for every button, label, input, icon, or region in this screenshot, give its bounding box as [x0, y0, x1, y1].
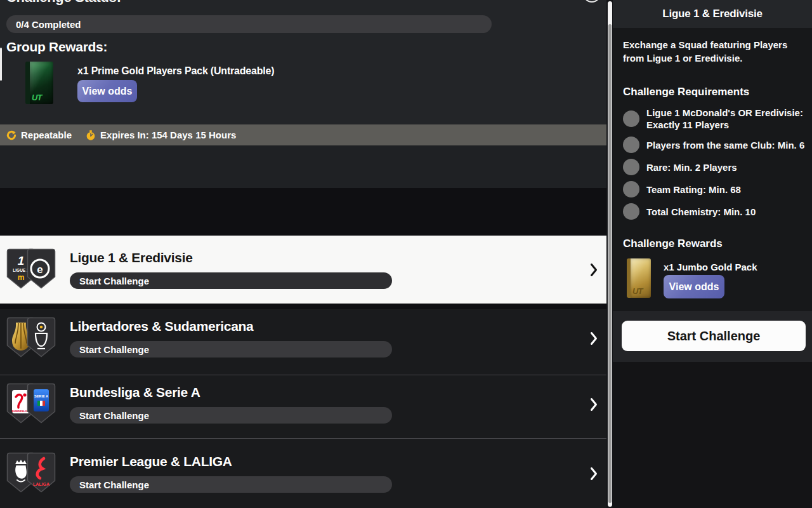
left-scrollbar-thumb[interactable]	[0, 48, 2, 81]
requirement-item: Rare: Min. 2 Players	[623, 159, 808, 175]
challenge-badges	[6, 317, 56, 360]
repeatable-label: Repeatable	[21, 130, 72, 140]
sudamericana-badge-icon	[27, 317, 56, 358]
row-main: Premier League & LALIGA Start Challenge	[70, 454, 392, 493]
start-challenge-pill[interactable]: Start Challenge	[70, 407, 392, 424]
challenge-list-item-ligue1-eredivisie[interactable]: 1 LIGUE 1 m e Ligue 1 & Eredivisie Start…	[0, 236, 606, 304]
challenge-badges: LALIGA	[6, 452, 56, 495]
challenge-title: Bundesliga & Serie A	[70, 385, 392, 400]
challenge-reward-name: x1 Jumbo Gold Pack	[664, 262, 757, 272]
view-odds-button[interactable]: View odds	[77, 80, 137, 102]
requirements-heading: Challenge Requirements	[623, 86, 749, 98]
challenge-status-section: Challenge Status: 0/4 Completed Group Re…	[0, 0, 606, 124]
serie-a-badge-icon: SERIE A	[27, 383, 56, 424]
row-main: Ligue 1 & Eredivisie Start Challenge	[70, 250, 392, 289]
view-odds-button[interactable]: View odds	[664, 275, 724, 298]
repeat-arrow-icon	[6, 130, 16, 140]
requirements-list: Ligue 1 McDonald's OR Eredivisie: Exactl…	[623, 107, 808, 225]
chevron-right-icon	[590, 398, 598, 411]
requirement-item: Ligue 1 McDonald's OR Eredivisie: Exactl…	[623, 107, 808, 131]
scrollbar-thumb[interactable]	[608, 24, 612, 503]
challenge-list-item-libertadores-sudamericana[interactable]: Libertadores & Sudamericana Start Challe…	[0, 309, 606, 375]
progress-label: 0/4 Completed	[16, 19, 81, 30]
start-challenge-pill[interactable]: Start Challenge	[70, 341, 392, 358]
start-challenge-pill-label: Start Challenge	[79, 479, 149, 490]
svg-text:LALIGA: LALIGA	[33, 482, 49, 486]
chevron-right-icon	[590, 263, 598, 277]
expires-label: Expires In: 154 Days 15 Hours	[100, 130, 236, 140]
requirement-item: Team Rating: Min. 68	[623, 181, 808, 197]
rewards-heading: Challenge Rewards	[623, 237, 723, 250]
requirement-status-circle	[623, 181, 639, 197]
requirement-text: Rare: Min. 2 Players	[646, 161, 806, 173]
challenge-list-item-bundesliga-seriea[interactable]: BUNDESLIGA SERIE A Bundesliga & Serie A	[0, 375, 606, 438]
start-challenge-pill[interactable]: Start Challenge	[70, 476, 392, 493]
green-ut-pack-icon: UT	[25, 62, 53, 104]
svg-text:1: 1	[18, 254, 25, 267]
panel-header: Ligue 1 & Eredivisie	[613, 0, 812, 28]
challenge-badges: 1 LIGUE 1 m e	[6, 248, 56, 291]
chevron-right-icon	[590, 467, 598, 481]
chevron-right-icon	[590, 331, 598, 345]
start-challenge-pill-label: Start Challenge	[79, 410, 149, 421]
challenge-title: Libertadores & Sudamericana	[70, 319, 392, 334]
gold-ut-pack-icon: UT	[627, 258, 651, 298]
ut-logo: UT	[632, 286, 642, 296]
repeatable-expiry-bar: Repeatable Expires In: 154 Days 15 Hours	[0, 124, 606, 145]
challenge-title: Ligue 1 & Eredivisie	[70, 250, 392, 265]
requirement-status-circle	[623, 203, 639, 220]
start-challenge-pill-label: Start Challenge	[79, 344, 149, 355]
requirement-status-circle	[623, 159, 639, 175]
eredivisie-badge-icon: e	[27, 248, 56, 289]
svg-text:m: m	[18, 273, 25, 282]
challenge-badges: BUNDESLIGA SERIE A	[6, 383, 56, 426]
sbc-challenge-screen: Challenge Status: 0/4 Completed Group Re…	[0, 0, 812, 508]
start-challenge-pill-label: Start Challenge	[79, 276, 149, 286]
requirement-text: Total Chemistry: Min. 10	[646, 206, 806, 218]
challenge-title: Premier League & LALIGA	[70, 454, 392, 469]
svg-text:SERIE A: SERIE A	[34, 394, 48, 398]
svg-text:e: e	[37, 263, 43, 275]
start-challenge-button[interactable]: Start Challenge	[622, 321, 806, 351]
stopwatch-icon	[86, 130, 96, 140]
challenge-progress-bar: 0/4 Completed	[6, 15, 492, 33]
solve-band: Solve Entire Set	[0, 145, 606, 188]
challenge-group-main: Challenge Status: 0/4 Completed Group Re…	[0, 0, 606, 508]
panel-bottom-filler	[613, 362, 812, 508]
requirement-status-circle	[623, 137, 639, 153]
challenge-description: Exchange a Squad featuring Players from …	[623, 38, 804, 65]
panel-title: Ligue 1 & Eredivisie	[662, 8, 763, 20]
start-challenge-pill[interactable]: Start Challenge	[70, 272, 392, 289]
requirement-text: Players from the same Club: Min. 6	[646, 139, 806, 151]
laliga-badge-icon: LALIGA	[27, 452, 56, 493]
challenge-list-item-premierleague-laliga[interactable]: LALIGA Premier League & LALIGA Start Cha…	[0, 438, 606, 508]
requirement-item: Total Chemistry: Min. 10	[623, 203, 808, 220]
ut-logo: UT	[32, 93, 41, 102]
requirement-item: Players from the same Club: Min. 6	[623, 137, 808, 153]
group-rewards-heading: Group Rewards:	[6, 39, 107, 55]
group-reward-name: x1 Prime Gold Players Pack (Untradeable)	[77, 65, 274, 77]
requirement-text: Team Rating: Min. 68	[646, 184, 806, 196]
requirement-status-circle	[623, 110, 639, 127]
scrollbar-track	[608, 1, 612, 507]
challenge-status-title: Challenge Status:	[6, 0, 121, 6]
row-main: Libertadores & Sudamericana Start Challe…	[70, 319, 392, 358]
row-main: Bundesliga & Serie A Start Challenge	[70, 385, 392, 424]
requirement-text: Ligue 1 McDonald's OR Eredivisie: Exactl…	[646, 107, 806, 131]
